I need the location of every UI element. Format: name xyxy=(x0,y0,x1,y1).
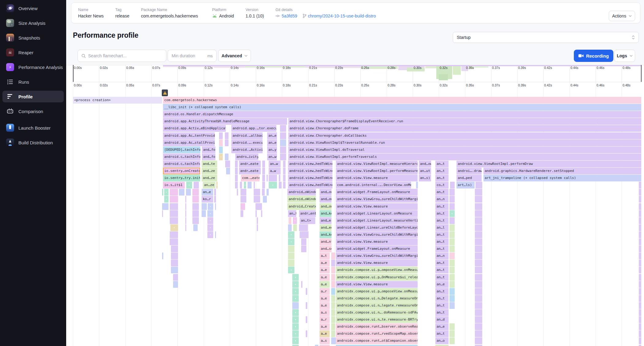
flame-frame[interactable]: an…s) xyxy=(419,175,431,181)
flame-frame[interactable]: android.app.Ac…tentProviders xyxy=(163,132,215,139)
flame-frame-small[interactable] xyxy=(279,182,282,188)
flame-frame[interactable]: a…e xyxy=(320,295,330,302)
flame-frame-small[interactable] xyxy=(185,196,186,203)
flame-frame-small[interactable] xyxy=(162,189,163,196)
flame-frame-small[interactable] xyxy=(331,260,335,266)
flame-frame-small[interactable] xyxy=(475,345,482,346)
flame-frame[interactable]: a…e xyxy=(320,323,330,330)
flame-frame[interactable]: an…e xyxy=(435,323,449,330)
flame-frame-small[interactable] xyxy=(207,210,213,217)
flame-frame[interactable]: androidx.compose.ui.n….doRemeasure-sdFAv… xyxy=(336,309,418,316)
flame-frame[interactable]: and…fo xyxy=(202,146,215,153)
flame-frame[interactable]: a…e xyxy=(320,260,330,266)
flame-frame-small[interactable] xyxy=(225,154,229,160)
flame-frame-small[interactable] xyxy=(639,245,641,252)
flame-frame-small[interactable] xyxy=(475,189,482,196)
flame-frame[interactable]: and…ke xyxy=(320,210,331,217)
flame-frame-small[interactable] xyxy=(219,132,223,139)
flame-frame[interactable]: com.android.internal.….DecorView.onMeasu… xyxy=(336,182,411,188)
flame-frame[interactable]: android.view.View.measure xyxy=(336,175,418,181)
flame-frame-small[interactable] xyxy=(292,295,299,302)
flame-frame[interactable]: android.view.Choreographer.doFrame xyxy=(288,125,641,132)
flame-frame[interactable]: an…t> xyxy=(300,217,315,224)
flame-frame-small[interactable] xyxy=(331,302,335,309)
flame-frame-small[interactable] xyxy=(164,196,169,203)
flame-frame[interactable]: a…e xyxy=(320,274,330,281)
flame-frame[interactable]: android.view…hedToWindow xyxy=(288,182,332,188)
flame-frame[interactable]: androidx.compose.ui.p…omposeView.onMeasu… xyxy=(336,288,418,295)
flame-frame[interactable]: android.app.Ac…stallProvider xyxy=(163,139,215,146)
flame-frame-small[interactable] xyxy=(241,210,243,217)
sidebar-item-overview[interactable]: Overview xyxy=(2,2,64,14)
flame-frame-small[interactable] xyxy=(475,231,482,238)
flame-frame[interactable]: an…t xyxy=(435,217,449,224)
flame-frame[interactable]: androidx.compose.ui.n…Delegate.measureOn… xyxy=(336,295,418,302)
flame-frame-small[interactable] xyxy=(639,231,641,238)
flame-frame-small[interactable] xyxy=(235,175,238,181)
flame-frame-small[interactable] xyxy=(283,182,286,188)
flame-frame-small[interactable] xyxy=(256,203,262,210)
flame-frame-small[interactable] xyxy=(331,281,335,288)
flame-frame[interactable]: an…t xyxy=(435,309,449,316)
flame-frame[interactable]: an…d xyxy=(435,316,449,323)
flame-frame-small[interactable] xyxy=(186,182,192,188)
flame-frame-small[interactable] xyxy=(449,274,455,281)
flame-frame-small[interactable] xyxy=(269,175,277,181)
flame-frame[interactable]: a…w xyxy=(269,168,281,174)
flame-frame-small[interactable] xyxy=(475,267,482,273)
sidebar-item-profile[interactable]: Profile xyxy=(2,91,64,102)
flame-frame[interactable]: and…ke xyxy=(320,231,331,238)
flame-frame-small[interactable] xyxy=(241,189,246,196)
flame-frame-small[interactable] xyxy=(293,224,297,231)
flame-frame-small[interactable] xyxy=(475,210,482,217)
flame-frame-small[interactable] xyxy=(639,345,641,346)
flame-frame[interactable]: an…t xyxy=(435,274,449,281)
sidebar-item-runs[interactable]: Runs xyxy=(2,76,64,88)
flame-frame-small[interactable] xyxy=(288,231,294,238)
flame-frame-small[interactable] xyxy=(254,189,260,196)
flame-frame-small[interactable] xyxy=(449,302,455,309)
flame-frame-small[interactable] xyxy=(288,245,294,252)
warning-marker[interactable] xyxy=(162,89,168,96)
flame-frame-small[interactable] xyxy=(300,231,309,238)
flame-frame-small[interactable] xyxy=(171,245,178,252)
flame-frame[interactable]: android.….execute xyxy=(231,139,263,146)
flame-frame[interactable]: and…ow xyxy=(320,196,331,203)
profile-type-select[interactable]: Startup xyxy=(453,32,639,43)
flame-frame-small[interactable] xyxy=(639,210,641,217)
flame-frame-small[interactable] xyxy=(186,189,191,196)
sidebar-item-size-analysis[interactable]: Size Analysis xyxy=(2,17,64,29)
flame-frame[interactable]: an…t xyxy=(435,260,449,266)
flame-frame-small[interactable] xyxy=(331,309,335,316)
flame-frame-small[interactable] xyxy=(331,253,335,259)
flame-frame-small[interactable] xyxy=(170,224,178,231)
flame-frame[interactable]: a…r xyxy=(320,316,330,323)
flame-frame[interactable]: com.emergetools.hackernews xyxy=(163,97,641,104)
flame-frame-small[interactable] xyxy=(475,330,482,337)
flame-frame-small[interactable] xyxy=(292,345,299,346)
flame-frame-small[interactable] xyxy=(170,217,178,224)
flame-frame[interactable]: an…n xyxy=(435,253,449,259)
flame-frame[interactable]: io.sentry…try.init xyxy=(163,175,200,181)
flame-frame-small[interactable] xyxy=(639,267,641,273)
flame-frame-small[interactable] xyxy=(170,210,178,217)
flame-frame-small[interactable] xyxy=(315,345,318,346)
advanced-button[interactable]: Advanced xyxy=(218,50,251,62)
flame-frame-small[interactable] xyxy=(192,217,199,224)
flame-frame-small[interactable] xyxy=(292,281,299,288)
flame-frame-small[interactable] xyxy=(331,295,335,302)
logs-button[interactable]: Logs xyxy=(614,50,635,62)
flame-frame-small[interactable] xyxy=(257,217,258,224)
flame-frame[interactable]: android.view.ViewRootImpl$TraversalRunna… xyxy=(288,139,641,146)
flame-frame-small[interactable] xyxy=(449,224,455,231)
flame-frame-small[interactable] xyxy=(171,253,178,259)
flame-frame-small[interactable] xyxy=(449,245,455,252)
flame-frame[interactable]: android.widget.FrameLayout.onMeasure xyxy=(336,245,418,252)
flame-frame[interactable]: an…w xyxy=(269,161,281,167)
flame-frame-small[interactable] xyxy=(449,210,455,217)
flame-frame[interactable]: an…t xyxy=(435,189,449,196)
flame-frame-small[interactable] xyxy=(639,224,641,231)
flame-frame-small[interactable] xyxy=(207,231,213,238)
flame-frame-small[interactable] xyxy=(280,132,286,139)
flame-frame-small[interactable] xyxy=(306,302,307,309)
